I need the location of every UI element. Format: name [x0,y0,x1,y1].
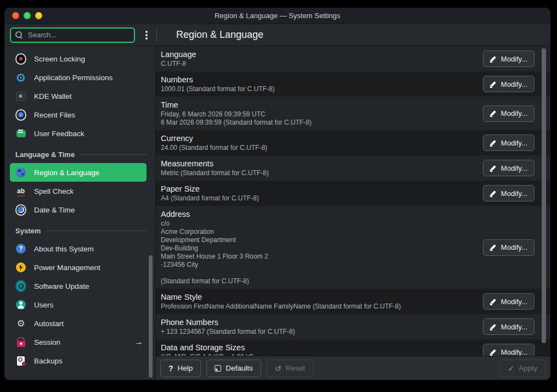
sidebar-item-power-management[interactable]: Power Management [4,258,155,277]
sidebar-content-divider [155,46,156,380]
close-button[interactable] [12,12,19,19]
checkmark-icon: ✓ [508,364,514,373]
sidebar-item-label: User Feedback [34,130,85,138]
power-icon [15,262,26,273]
sidebar-item-date-time[interactable]: Date & Time [4,200,155,219]
sidebar-item-recent-files[interactable]: Recent Files [4,105,155,124]
sidebar-item-session[interactable]: Session→ [4,333,155,351]
reset-button-label: Reset [286,364,305,372]
modify-button[interactable]: Modify... [483,344,535,356]
toolbar-separator [156,29,157,42]
row-title: Name Style [161,292,483,303]
row-subtitle: Development Department [161,236,483,244]
row-subtitle: Dev-Building [161,244,483,253]
kebab-icon [145,34,148,36]
row-subtitle: KiB, MiB, GiB 1.0 KiB = 1.00 kB [161,353,483,356]
row-text: TimeFriday, 6 March 2026 09:39:59 UTC6 M… [161,100,483,127]
modify-button[interactable]: Modify... [483,105,535,122]
sidebar-item-kde-wallet[interactable]: KDE Wallet [4,87,155,105]
row-subtitle: A4 (Standard format for C.UTF-8) [161,194,483,203]
sidebar-item-region-language[interactable]: Region & Language [10,163,147,182]
page-title: Region & Language [176,29,263,41]
row-text: Paper SizeA4 (Standard format for C.UTF-… [161,184,483,203]
sidebar-scrollbar-thumb[interactable] [149,255,153,378]
reset-button[interactable]: ↺ Reset [267,360,313,377]
modify-button[interactable]: Modify... [483,318,535,335]
sidebar-item-label: Recent Files [34,111,75,119]
settings-row-currency: Currency24.00 (Standard format for C.UTF… [155,130,550,155]
section-header-language-time: Language & Time [15,150,147,159]
sidebar-item-backups[interactable]: Backups [4,351,155,370]
modify-button-label: Modify... [501,55,527,63]
modify-button[interactable]: Modify... [483,76,535,92]
search-input[interactable] [27,30,120,40]
search-field[interactable] [10,27,135,43]
help-button[interactable]: ? Help [160,360,201,377]
modify-button[interactable]: Modify... [483,239,535,256]
modify-button[interactable]: Modify... [483,51,535,67]
modify-button[interactable]: Modify... [483,185,535,201]
section-header-system: System [15,227,147,235]
defaults-button-label: Defaults [226,364,253,372]
settings-row-phone-numbers: Phone Numbers+ 123 1234567 (Standard for… [155,314,550,339]
row-text: Numbers1000.01 (Standard format for C.UT… [161,75,483,93]
apply-button-label: Apply [519,364,537,372]
row-subtitle: C.UTF-8 [161,60,483,68]
row-title: Numbers [161,75,483,85]
modify-button[interactable]: Modify... [483,293,535,310]
sidebar-item-application-permissions[interactable]: Application Permissions [4,68,155,87]
pencil-icon [490,110,497,117]
help-button-label: Help [178,364,193,372]
row-text: Data and Storage SizesKiB, MiB, GiB 1.0 … [161,343,483,356]
content-pane: LanguageC.UTF-8Modify...Numbers1000.01 (… [155,46,550,380]
row-title: Measurements [161,159,483,169]
row-subtitle: Main Street House 1 Floor 3 Room 2 [161,253,483,261]
sidebar-item-label: Autostart [34,320,64,328]
sidebar-item-users[interactable]: Users [4,295,155,314]
sidebar-item-software-update[interactable]: Software Update [4,277,155,295]
row-text: Currency24.00 (Standard format for C.UTF… [161,133,483,152]
sidebar-item-autostart[interactable]: Autostart [4,314,155,333]
modify-button[interactable]: Modify... [483,160,535,176]
row-title: Paper Size [161,184,483,194]
sidebar-item-label: Software Update [34,282,89,290]
session-lock-icon [15,337,26,348]
sidebar-item-screen-locking[interactable]: Screen Locking [4,49,155,68]
sidebar-item-about-this-system[interactable]: About this System [4,239,155,258]
settings-row-time: TimeFriday, 6 March 2026 09:39:59 UTC6 M… [155,97,550,130]
sidebar-item-label: Date & Time [34,206,75,214]
sidebar-item-label: Region & Language [34,169,99,177]
users-icon [16,300,26,310]
overflow-menu-button[interactable] [138,27,155,43]
sidebar-item-spell-check[interactable]: Spell Check [4,182,155,200]
apply-button[interactable]: ✓ Apply [499,360,545,377]
row-subtitle: c/o [161,220,483,228]
row-title: Time [161,100,483,110]
modify-button-label: Modify... [501,164,527,172]
defaults-button[interactable]: Defaults [206,360,261,377]
row-text: Addressc/oAcme CorporationDevelopment De… [161,209,483,285]
feedback-icon [15,128,26,139]
row-subtitle: 24.00 (Standard format for C.UTF-8) [161,144,483,152]
modify-button[interactable]: Modify... [483,135,535,151]
row-subtitle: 6 Mar 2026 09:39:59 (Standard format for… [161,119,483,127]
window-body: Screen LockingApplication PermissionsKDE… [4,46,550,380]
pencil-icon [490,323,497,331]
recent-files-icon [15,109,26,120]
modify-button-label: Modify... [501,189,527,198]
permissions-gear-icon [15,72,26,83]
sidebar-item-label: Application Permissions [34,74,112,82]
sidebar-item-user-feedback[interactable]: User Feedback [4,124,155,143]
row-title: Address [161,209,483,220]
system-settings-window: Region & Language — System Settings Regi… [4,8,550,380]
minimize-button[interactable] [24,12,31,19]
section-header-label: System [15,227,41,235]
row-subtitle: Profession FirstName AdditionalName Fami… [161,303,483,311]
search-icon [15,31,23,39]
screen-locking-icon [15,53,26,64]
maximize-button[interactable] [35,12,42,19]
content-scrollbar-thumb[interactable] [542,48,546,343]
settings-row-language: LanguageC.UTF-8Modify... [155,46,550,71]
row-subtitle: Acme Corporation [161,228,483,236]
sidebar-item-label: Users [34,301,53,309]
